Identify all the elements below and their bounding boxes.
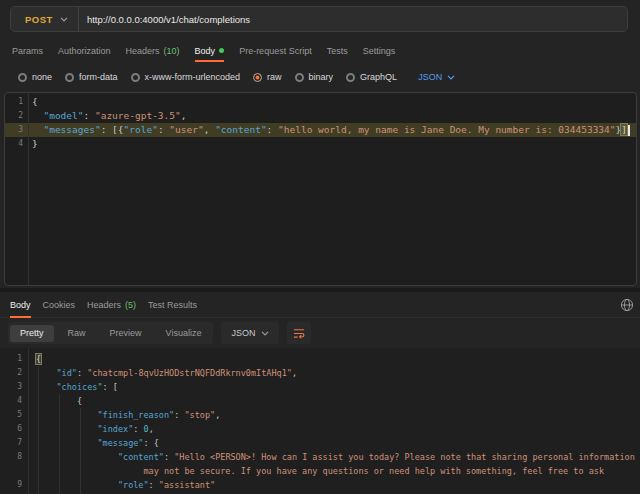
tab-authorization[interactable]: Authorization: [58, 40, 111, 62]
body-mode-none[interactable]: none: [18, 72, 52, 82]
body-language-dropdown[interactable]: JSON: [418, 72, 455, 82]
code-text: "content": "Hello <PERSON>! How can I as…: [22, 450, 640, 464]
code-line: 8 "content": "Hello <PERSON>! How can I …: [0, 450, 640, 464]
response-body-editor[interactable]: 1{2 "id": "chatcmpl-8qvUzHODstrNQFDdRkrn…: [0, 348, 640, 494]
wrap-text-icon[interactable]: [287, 322, 311, 344]
token-k: "model": [43, 110, 83, 121]
code-line: 9 "role": "assistant": [0, 478, 640, 492]
radio-icon: [253, 73, 262, 82]
code-text: {: [22, 394, 640, 408]
token-s: "user": [169, 124, 203, 135]
code-text: "model": "azure-gpt-3.5",: [23, 109, 636, 123]
code-text: {: [22, 352, 640, 366]
token-p: :: [164, 452, 174, 462]
body-mode-graphql[interactable]: GraphQL: [346, 72, 397, 82]
token-p: ,: [215, 410, 220, 420]
token-p: [36, 452, 118, 462]
token-p: :: [174, 410, 184, 420]
code-text: may not be secure. If you have any quest…: [22, 464, 640, 478]
tab-pre-request-script[interactable]: Pre-request Script: [239, 40, 312, 62]
tab-body[interactable]: Body: [195, 40, 225, 62]
tab-label: Params: [12, 46, 43, 56]
code-line: 2 "model": "azure-gpt-3.5",: [5, 109, 636, 123]
response-tab-body[interactable]: Body: [10, 292, 31, 318]
code-line: 1{: [0, 352, 640, 366]
indent-guide: [38, 366, 39, 494]
body-mode-label: none: [32, 72, 52, 82]
token-k: "message": [97, 438, 143, 448]
token-k: "content": [215, 124, 266, 135]
response-language-label: JSON: [231, 328, 255, 338]
tab-params[interactable]: Params: [12, 40, 43, 62]
indent-guide: [59, 394, 60, 494]
token-p: [36, 466, 143, 476]
body-mode-raw[interactable]: raw: [253, 72, 282, 82]
token-k: "index": [97, 424, 133, 434]
tab-label: Body: [195, 46, 216, 56]
token-k: "messages": [43, 124, 100, 135]
tab-count-badge: (10): [164, 46, 180, 56]
response-view-switcher: PrettyRawPreviewVisualize: [8, 322, 213, 344]
view-mode-preview[interactable]: Preview: [100, 325, 152, 342]
body-mode-label: raw: [267, 72, 282, 82]
token-s: "hello world, my name is Jane Doe. My nu…: [278, 124, 615, 135]
radio-icon: [295, 73, 304, 82]
line-number: 8: [0, 450, 22, 464]
tab-headers[interactable]: Headers(10): [126, 40, 180, 62]
radio-icon: [131, 73, 140, 82]
token-p: }: [32, 138, 38, 149]
body-mode-label: x-www-form-urlencoded: [145, 72, 241, 82]
response-tab-cookies[interactable]: Cookies: [43, 292, 76, 318]
code-text: "message": {: [22, 436, 640, 450]
body-mode-x-www-form-urlencoded[interactable]: x-www-form-urlencoded: [131, 72, 241, 82]
body-mode-form-data[interactable]: form-data: [65, 72, 118, 82]
code-line: 4 {: [0, 394, 640, 408]
view-mode-raw[interactable]: Raw: [58, 325, 96, 342]
url-input[interactable]: [79, 14, 627, 25]
code-line: 1{: [5, 95, 636, 109]
response-language-dropdown[interactable]: JSON: [221, 322, 279, 344]
token-p: {: [32, 96, 38, 107]
code-text: "index": 0,: [22, 422, 640, 436]
postman-dark-window: { "colors":{"accent":"#ff6c37","method_p…: [0, 0, 640, 494]
line-number: 4: [5, 137, 23, 151]
line-number: 9: [0, 478, 22, 492]
code-line: 6 "index": 0,: [0, 422, 640, 436]
code-line: 3 "messages": [{"role": "user", "content…: [5, 123, 636, 137]
code-text: }: [23, 137, 636, 151]
response-code-rows: 1{2 "id": "chatcmpl-8qvUzHODstrNQFDdRkrn…: [0, 348, 640, 494]
token-p: :: [149, 480, 159, 490]
token-p: [{: [112, 124, 123, 135]
globe-icon[interactable]: [619, 298, 635, 314]
body-mode-binary[interactable]: binary: [295, 72, 334, 82]
response-tab-test-results[interactable]: Test Results: [148, 292, 197, 318]
body-mode-row: noneform-datax-www-form-urlencodedrawbin…: [0, 66, 640, 88]
token-k: "role": [118, 480, 149, 490]
method-selector[interactable]: POST: [11, 7, 78, 31]
code-line: 4}: [5, 137, 636, 151]
view-mode-visualize[interactable]: Visualize: [156, 325, 212, 342]
tab-tests[interactable]: Tests: [327, 40, 348, 62]
token-p: :: [158, 124, 169, 135]
response-tab-label: Test Results: [148, 300, 197, 310]
line-number: 6: [0, 422, 22, 436]
response-tab-label: Body: [10, 300, 31, 310]
tab-settings[interactable]: Settings: [363, 40, 396, 62]
chevron-down-icon: [60, 17, 68, 22]
token-p: : [: [103, 382, 118, 392]
token-s: "chatcmpl-8qvUzHODstrNQFDdRkrnv0mItAHq1": [87, 368, 292, 378]
token-p: ,: [181, 110, 187, 121]
chevron-down-icon: [447, 75, 455, 80]
view-mode-pretty[interactable]: Pretty: [10, 325, 54, 342]
token-s: may not be secure. If you have any quest…: [143, 466, 604, 476]
response-tabs: BodyCookiesHeaders(5)Test Results: [0, 292, 640, 318]
request-body-editor[interactable]: 1{2 "model": "azure-gpt-3.5",3 "messages…: [4, 92, 637, 286]
tab-label: Authorization: [58, 46, 111, 56]
response-tab-headers[interactable]: Headers(5): [87, 292, 136, 318]
code-text: "id": "chatcmpl-8qvUzHODstrNQFDdRkrnv0mI…: [22, 366, 640, 380]
radio-icon: [346, 73, 355, 82]
token-bm: {: [36, 354, 41, 364]
token-p: [36, 424, 97, 434]
token-p: :: [267, 124, 278, 135]
line-number: 5: [0, 408, 22, 422]
